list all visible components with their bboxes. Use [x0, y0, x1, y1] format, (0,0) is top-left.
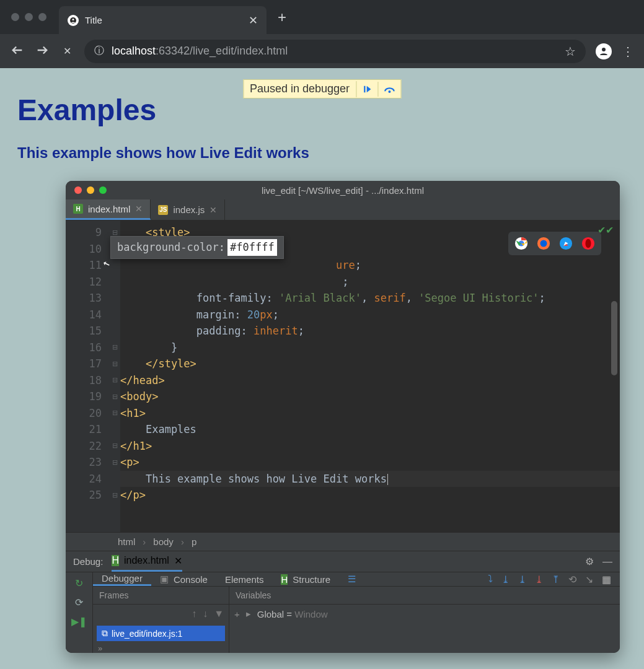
- calculator-icon[interactable]: ▦: [602, 574, 611, 585]
- frames-panel: Frames ↑ ↓ ▼ ⧉ live_edit/index.js:1 »: [93, 587, 229, 653]
- resume-icon[interactable]: ▶❚: [71, 616, 87, 627]
- forward-icon[interactable]: [35, 43, 50, 59]
- tab-debugger[interactable]: Debugger: [93, 572, 151, 586]
- svg-point-2: [602, 48, 606, 51]
- update-icon[interactable]: ⟳: [75, 597, 83, 608]
- ide-titlebar[interactable]: live_edit [~/WS/live_edit] - .../index.h…: [66, 181, 620, 199]
- evaluate-icon[interactable]: ⟲: [568, 574, 576, 585]
- bookmark-icon[interactable]: ☆: [565, 44, 576, 59]
- step-out-icon[interactable]: ⤓: [535, 574, 543, 585]
- run-to-cursor-icon[interactable]: ⤒: [552, 574, 560, 585]
- page-content: Paused in debugger Examples This example…: [0, 68, 644, 162]
- tab-index-html[interactable]: H index.html ✕: [66, 199, 151, 220]
- step-over-icon[interactable]: ⤵: [488, 574, 493, 585]
- debug-session-tab[interactable]: H index.html ✕: [112, 551, 182, 572]
- fold-icon[interactable]: ⊟: [109, 388, 120, 405]
- fold-icon[interactable]: ⊟: [109, 454, 120, 471]
- code-area[interactable]: background-color: #f0ffff ↖ <style> ure;…: [120, 221, 620, 532]
- hint-label: background-color:: [117, 239, 225, 256]
- close-tab-icon[interactable]: ✕: [135, 204, 143, 214]
- profile-icon[interactable]: [596, 43, 612, 59]
- breadcrumb-item[interactable]: body: [153, 536, 174, 547]
- next-frame-icon[interactable]: ↓: [203, 608, 208, 619]
- tab-label: index.html: [88, 204, 130, 214]
- rerun-icon[interactable]: ↻: [75, 577, 83, 589]
- zoom-dot-icon[interactable]: [38, 13, 46, 21]
- fold-end-icon[interactable]: ⊟: [109, 438, 120, 455]
- back-icon[interactable]: [10, 43, 25, 59]
- breadcrumb[interactable]: html› body› p: [66, 532, 620, 551]
- debug-header: Debug: H index.html ✕ ⚙ —: [66, 551, 620, 572]
- gear-icon[interactable]: ⚙: [585, 556, 594, 567]
- stack-frame-label: live_edit/index.js:1: [112, 629, 182, 639]
- hint-value: #f0ffff: [227, 239, 277, 256]
- debug-tool-window: Debug: H index.html ✕ ⚙ — ↻ ⟳ ▶❚ Debugge…: [66, 551, 620, 653]
- svg-rect-3: [364, 85, 365, 92]
- step-over-banner-icon[interactable]: [377, 82, 400, 97]
- fold-end-icon[interactable]: ⊟: [109, 339, 120, 356]
- tab-console[interactable]: ▣Console: [151, 572, 216, 586]
- browser-toolbar: ✕ ⓘ localhost:63342/live_edit/index.html…: [0, 34, 644, 68]
- variables-header: Variables: [229, 587, 620, 605]
- menu-icon[interactable]: ⋮: [622, 44, 634, 59]
- layout-icon[interactable]: ☰: [339, 572, 364, 586]
- url-host: localhost: [112, 45, 156, 57]
- fold-icon[interactable]: ⊟: [109, 405, 120, 422]
- favicon-icon: [68, 15, 79, 26]
- debug-label: Debug:: [73, 556, 103, 567]
- tab-structure[interactable]: HStructure: [272, 572, 339, 586]
- page-subheading: This example shows how Live Edit works: [0, 127, 644, 162]
- line-number-gutter[interactable]: 9 10 11 12 13 14 15 16 17 18 19 20 21 22…: [66, 221, 109, 532]
- svg-point-4: [388, 90, 390, 93]
- browser-tab-title: Title: [85, 15, 242, 25]
- address-bar[interactable]: ⓘ localhost:63342/live_edit/index.html ☆: [84, 40, 586, 63]
- drop-frame-icon[interactable]: ↘: [585, 574, 593, 585]
- more-icon[interactable]: »: [93, 644, 229, 653]
- stack-frame[interactable]: ⧉ live_edit/index.js:1: [97, 626, 225, 641]
- close-tab-icon[interactable]: ✕: [210, 205, 217, 215]
- stack-frame-icon: ⧉: [102, 628, 108, 639]
- close-dot-icon[interactable]: [11, 13, 19, 21]
- fold-end-icon[interactable]: ⊟: [109, 372, 120, 389]
- browser-tab[interactable]: Title ✕: [59, 6, 267, 34]
- tab-index-js[interactable]: JS index.js ✕: [151, 199, 225, 220]
- html-file-icon: H: [73, 204, 83, 214]
- site-info-icon[interactable]: ⓘ: [94, 45, 104, 58]
- minimize-dot-icon[interactable]: [25, 13, 33, 21]
- vertical-scrollbar[interactable]: [611, 301, 617, 375]
- fold-end-icon[interactable]: ⊟: [109, 487, 120, 504]
- paused-in-debugger-banner: Paused in debugger: [243, 79, 401, 98]
- tab-label: index.js: [173, 204, 205, 215]
- breadcrumb-item[interactable]: html: [118, 536, 135, 547]
- close-icon[interactable]: ✕: [174, 555, 182, 567]
- html-file-icon: H: [112, 555, 119, 566]
- zoom-icon[interactable]: [99, 186, 107, 194]
- stop-icon[interactable]: ✕: [60, 45, 74, 57]
- debugger-banner-text: Paused in debugger: [244, 80, 356, 98]
- close-tab-icon[interactable]: ✕: [249, 14, 258, 27]
- browser-titlebar: Title ✕ +: [0, 0, 644, 34]
- parameter-hint-popup: background-color: #f0ffff: [110, 236, 284, 259]
- minimize-icon[interactable]: [87, 186, 94, 194]
- window-controls: [0, 0, 59, 34]
- url-path: :63342/live_edit/index.html: [156, 45, 288, 57]
- editor[interactable]: ✔✔ 9 10 11 12 13 14 15 16 17 18 19 20 21…: [66, 221, 620, 532]
- add-watch-icon[interactable]: +: [234, 609, 240, 619]
- tab-elements[interactable]: Elements: [216, 572, 273, 586]
- resume-script-icon[interactable]: [356, 81, 377, 97]
- html-file-icon: H: [281, 574, 288, 585]
- force-step-into-icon[interactable]: ⤓: [518, 574, 526, 585]
- ide-window-controls: [66, 186, 107, 194]
- expand-icon[interactable]: ▸: [246, 608, 251, 619]
- prev-frame-icon[interactable]: ↑: [192, 608, 196, 619]
- ide-window: live_edit [~/WS/live_edit] - .../index.h…: [66, 181, 620, 653]
- variable-name[interactable]: Global = Window: [257, 609, 328, 619]
- frames-header: Frames: [93, 587, 229, 605]
- fold-end-icon[interactable]: ⊟: [109, 356, 120, 372]
- step-into-icon[interactable]: ⤓: [501, 574, 509, 585]
- breadcrumb-item[interactable]: p: [192, 536, 196, 547]
- close-icon[interactable]: [74, 186, 82, 194]
- new-tab-button[interactable]: +: [267, 0, 298, 34]
- minimize-panel-icon[interactable]: —: [602, 556, 612, 567]
- filter-icon[interactable]: ▼: [214, 608, 224, 619]
